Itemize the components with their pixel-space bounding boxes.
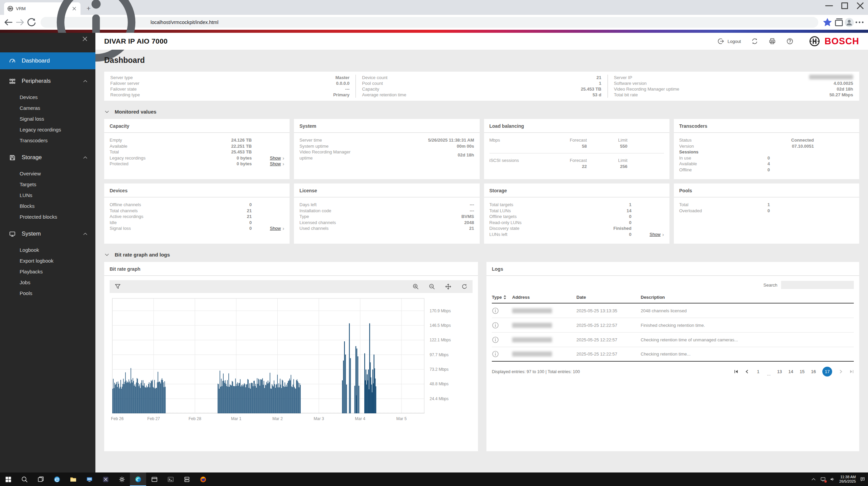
taskbar-terminal-icon[interactable] bbox=[162, 472, 179, 486]
logs-table: Type Address Date Description 2025-05-25… bbox=[492, 292, 854, 362]
reload-icon[interactable] bbox=[26, 17, 37, 28]
svg-text:48.8 Mbps: 48.8 Mbps bbox=[430, 382, 449, 386]
forward-icon[interactable] bbox=[14, 17, 26, 28]
profile-avatar[interactable] bbox=[845, 18, 854, 27]
card-capacity: Capacity Empty24.126 TB Available22.251 … bbox=[104, 119, 290, 179]
chevron-up-icon[interactable] bbox=[811, 477, 816, 482]
display-tray-icon[interactable] bbox=[820, 477, 826, 482]
sidebar-subitem-overview[interactable]: Overview bbox=[0, 168, 95, 179]
page-number-14[interactable]: 14 bbox=[789, 369, 793, 374]
sidebar-subitem-cameras[interactable]: Cameras bbox=[0, 102, 95, 113]
taskbar-start-icon[interactable] bbox=[0, 472, 16, 486]
page-number-13[interactable]: 13 bbox=[777, 369, 782, 374]
taskbar-task-view-icon[interactable] bbox=[32, 472, 49, 486]
monitored-values-toggle[interactable]: Monitored values bbox=[104, 109, 859, 115]
show-link[interactable]: Show bbox=[649, 232, 661, 238]
sidebar-subitem-devices[interactable]: Devices bbox=[0, 92, 95, 102]
last-page-icon[interactable] bbox=[849, 369, 854, 374]
lb-group-values: 58550 bbox=[489, 143, 627, 149]
sidebar-subitem-protected-blocks[interactable]: Protected blocks bbox=[0, 211, 95, 222]
help-button[interactable] bbox=[786, 38, 794, 45]
sidebar-subitem-blocks[interactable]: Blocks bbox=[0, 200, 95, 211]
page-number-17[interactable]: 17 bbox=[822, 367, 832, 376]
favorite-star-icon[interactable] bbox=[822, 17, 833, 28]
taskbar-window-app-icon[interactable] bbox=[146, 472, 162, 486]
computer-icon bbox=[86, 476, 93, 483]
more-menu-icon[interactable] bbox=[854, 17, 865, 28]
taskbar-computer-icon[interactable] bbox=[81, 472, 97, 486]
bitrate-section-toggle[interactable]: Bit rate graph and logs bbox=[104, 252, 859, 258]
page-number-16[interactable]: 16 bbox=[811, 369, 816, 374]
sidebar-subitem-export-logbook[interactable]: Export logbook bbox=[0, 255, 95, 266]
log-row[interactable]: 2025-05-25 13:13:35 2048 channels licens… bbox=[492, 303, 854, 318]
taskbar-settings-gear-icon[interactable] bbox=[114, 472, 130, 486]
log-row[interactable]: 2025-05-25 12:22:57 Finished checking re… bbox=[492, 318, 854, 333]
lb-group-head: iSCSI sessionsForecastLimit bbox=[489, 157, 627, 164]
logout-button[interactable]: Logout bbox=[717, 38, 741, 45]
taskbar-snipping-tool-icon[interactable] bbox=[97, 472, 114, 486]
zoom-out-icon[interactable] bbox=[429, 283, 435, 290]
chevron-down-icon bbox=[104, 252, 110, 258]
bitrate-chart[interactable]: 24.4 Mbps48.8 Mbps73.2 Mbps97.7 Mbps122.… bbox=[110, 294, 473, 430]
minimize-button[interactable] bbox=[821, 0, 837, 11]
show-link[interactable]: Show bbox=[270, 225, 281, 232]
maximize-button[interactable] bbox=[837, 0, 852, 11]
lb-group-head: MbpsForecastLimit bbox=[489, 137, 627, 143]
monitored-values-title: Monitored values bbox=[115, 109, 156, 115]
bosch-wordmark: BOSCH bbox=[824, 36, 859, 47]
search-input[interactable] bbox=[781, 281, 854, 289]
close-button[interactable] bbox=[852, 0, 868, 11]
taskbar-firefox-icon[interactable] bbox=[195, 472, 211, 486]
bitrate-section-title: Bit rate graph and logs bbox=[115, 252, 170, 258]
taskbar-file-explorer-icon[interactable] bbox=[65, 472, 81, 486]
taskbar-edge-icon[interactable] bbox=[130, 472, 146, 486]
log-row[interactable]: 2025-05-25 12:22:57 Checking retention t… bbox=[492, 347, 854, 362]
sidebar-item-system[interactable]: System bbox=[0, 225, 95, 242]
back-icon[interactable] bbox=[3, 17, 14, 28]
page-number-15[interactable]: 15 bbox=[800, 369, 804, 374]
card-row-legacy-recordings: Legacy recordings0 bytesShow› bbox=[110, 155, 284, 161]
taskbar-internet-explorer-icon[interactable] bbox=[49, 472, 65, 486]
taskbar-search-icon[interactable] bbox=[16, 472, 32, 486]
sidebar-subitem-jobs[interactable]: Jobs bbox=[0, 277, 95, 288]
sidebar-item-storage[interactable]: Storage bbox=[0, 149, 95, 166]
sidebar-subitem-transcoders[interactable]: Transcoders bbox=[0, 135, 95, 146]
sidebar-item-dashboard[interactable]: Dashboard bbox=[0, 52, 95, 69]
sidebar-subitem-legacy-recordings[interactable]: Legacy recordings bbox=[0, 124, 95, 135]
summary-row-failover-server: Failover server0.0.0.0 bbox=[110, 80, 349, 86]
pan-icon[interactable] bbox=[445, 283, 452, 290]
summary-column: Server IPSoftware version4.03.0025Video … bbox=[608, 75, 859, 98]
sidebar-subitem-signal-loss[interactable]: Signal loss bbox=[0, 113, 95, 124]
page-number-1[interactable]: 1 bbox=[756, 369, 760, 374]
collections-icon[interactable] bbox=[833, 17, 845, 28]
sync-button[interactable] bbox=[751, 38, 758, 45]
taskbar-clock[interactable]: 11:38 AM 26/5/2025 bbox=[839, 475, 856, 484]
reset-zoom-icon[interactable] bbox=[461, 283, 468, 290]
taskbar-server-app-icon[interactable] bbox=[179, 472, 195, 486]
volume-tray-icon[interactable] bbox=[830, 477, 835, 482]
address-bar[interactable]: localhost/vrmcockpit/index.html bbox=[41, 17, 818, 28]
sidebar-item-peripherals[interactable]: Peripherals bbox=[0, 73, 95, 90]
col-type[interactable]: Type bbox=[492, 295, 512, 300]
filter-icon[interactable] bbox=[114, 283, 121, 290]
log-row[interactable]: 2025-05-25 12:22:57 Checking retention t… bbox=[492, 333, 854, 347]
summary-column: Server typeMasterFailover server0.0.0.0F… bbox=[104, 75, 356, 98]
summary-row-total-bit-rate: Total bit rate50.27 Mbps bbox=[614, 92, 853, 98]
svg-text:Feb 27: Feb 27 bbox=[147, 416, 160, 421]
sidebar-subitem-playbacks[interactable]: Playbacks bbox=[0, 266, 95, 277]
sidebar-subitem-targets[interactable]: Targets bbox=[0, 179, 95, 190]
first-page-icon[interactable] bbox=[734, 369, 738, 374]
sidebar-subitem-luns[interactable]: LUNs bbox=[0, 190, 95, 200]
zoom-in-icon[interactable] bbox=[412, 283, 419, 290]
sidebar-subitem-logbook[interactable]: Logbook bbox=[0, 244, 95, 255]
action-center-icon[interactable] bbox=[860, 477, 865, 482]
prev-page-icon[interactable] bbox=[745, 369, 749, 374]
sidebar-close-icon[interactable] bbox=[81, 35, 89, 43]
show-link[interactable]: Show bbox=[270, 155, 281, 161]
sidebar-subitem-pools[interactable]: Pools bbox=[0, 288, 95, 298]
summary-row-pool-count: Pool count1 bbox=[362, 80, 601, 86]
summary-row-failover-state: Failover state--- bbox=[110, 86, 349, 92]
next-page-icon[interactable] bbox=[839, 369, 843, 374]
print-button[interactable] bbox=[769, 38, 776, 45]
show-link[interactable]: Show bbox=[270, 161, 281, 167]
